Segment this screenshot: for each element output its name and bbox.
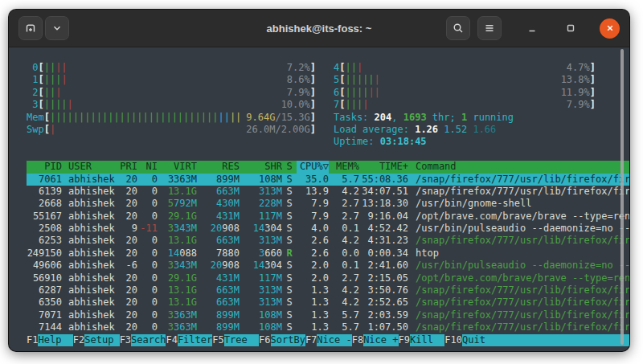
column-header-shr[interactable]: SHR <box>240 161 282 173</box>
column-header-virt[interactable]: VIRT <box>158 161 197 173</box>
fkey-F7[interactable]: F7Nice - <box>305 334 352 346</box>
process-row-7061[interactable]: 7061abhishek2003363M899M108MS35.05.755:0… <box>27 174 629 186</box>
fkey-F8[interactable]: F8Nice + <box>352 334 399 346</box>
cell-ni: 0 <box>137 174 158 186</box>
cell-cpu: 1.3 <box>297 309 329 321</box>
close-button[interactable] <box>600 18 620 39</box>
column-header-time[interactable]: TIME+ <box>359 161 408 173</box>
column-header-res[interactable]: RES <box>197 161 240 173</box>
cell-pri: 9 <box>117 223 137 235</box>
cell-res: 20908 <box>197 260 240 272</box>
cell-cpu: 1.3 <box>297 284 329 297</box>
fkey-F2[interactable]: F2Setup <box>73 334 120 346</box>
cell-cpu: 2.6 <box>297 235 329 247</box>
cell-pid: 249150 <box>27 247 62 260</box>
meter-bar: ||||7.2% <box>44 62 310 74</box>
column-header-pri[interactable]: PRI <box>117 161 137 173</box>
meter-spacer <box>61 87 286 99</box>
cell-shr: 108M <box>240 321 282 333</box>
fkey-key-label: F2 <box>73 334 84 346</box>
htop-meters: 0[||||7.2%] 1[||||8.6%] 2[|||7.9%] 3[|||… <box>27 62 629 149</box>
menu-button[interactable] <box>477 16 502 40</box>
meter-bracket: [ <box>38 87 43 99</box>
meter-label: 1 <box>27 74 38 86</box>
process-row-6350[interactable]: 6350abhishek20013.1G663M313MS1.34.22:52.… <box>27 297 629 309</box>
column-header-pid[interactable]: PID <box>27 161 62 173</box>
cell-pid: 6139 <box>27 186 62 198</box>
maximize-button[interactable] <box>561 18 580 38</box>
cell-s: S <box>282 223 297 235</box>
meter-mem: Mem[|||||||||||||||||||||||||||||||||9.6… <box>27 112 316 124</box>
column-header-s[interactable]: S <box>282 161 297 173</box>
meter-bracket: [ <box>44 112 50 124</box>
fkey-F4[interactable]: F4Filter <box>166 334 212 346</box>
cell-cmd: /snap/firefox/777/usr/lib/firefox/fir <box>408 297 629 309</box>
fkey-F6[interactable]: F6SortBy <box>259 334 305 346</box>
process-row-6253[interactable]: 6253abhishek20013.1G663M313MS2.64.24:31.… <box>27 235 629 247</box>
process-row-7071[interactable]: 7071abhishek2003363M899M108MS1.35.72:03.… <box>27 309 629 321</box>
scrollbar-thumb[interactable] <box>620 49 624 345</box>
meter-label: Mem <box>27 112 44 124</box>
process-row-6139[interactable]: 6139abhishek20013.1G663M313MS13.94.234:0… <box>27 186 629 198</box>
meter-bracket: [ <box>38 99 43 111</box>
minimize-button[interactable] <box>522 18 542 38</box>
fkey-F5[interactable]: F5Tree <box>212 334 259 346</box>
process-row-49606[interactable]: 49606abhishek-603343M2090814304S2.00.12:… <box>27 260 629 272</box>
process-row-6287[interactable]: 6287abhishek20013.1G663M313MS1.34.23:50.… <box>27 284 629 297</box>
cell-pri: 20 <box>117 309 137 321</box>
fkey-action-label: Kill <box>410 334 444 346</box>
fkey-F9[interactable]: F9Kill <box>399 334 445 346</box>
process-row-2508[interactable]: 2508abhishek9-113343M2090814304S4.00.14:… <box>27 223 629 235</box>
process-row-2668[interactable]: 2668abhishek2005792M430M228MS7.92.713:18… <box>27 198 629 210</box>
cell-cmd: /snap/firefox/777/usr/lib/firefox/fir <box>408 284 629 297</box>
cell-pid: 6350 <box>27 297 62 309</box>
process-table: PIDUSERPRINIVIRTRESSHRSCPU%▽MEM%TIME+Com… <box>27 161 629 333</box>
fkey-key-label: F1 <box>27 334 38 346</box>
meter-bar: |||4.7% <box>345 62 589 74</box>
cell-res: 899M <box>197 309 240 321</box>
meter-bracket: ] <box>590 87 596 99</box>
cell-mem: 5.7 <box>329 309 359 321</box>
cell-pri: 20 <box>117 247 137 260</box>
cell-mem: 2.7 <box>329 211 359 223</box>
process-row-55167[interactable]: 55167abhishek20029.1G431M117MS7.92.79:16… <box>27 211 629 223</box>
meter-bar: |||7.9% <box>44 87 310 99</box>
process-row-249150[interactable]: 249150abhishek2001408878803660R2.60.00:0… <box>27 247 629 260</box>
meter-spacer <box>380 74 561 86</box>
column-header-user[interactable]: USER <box>62 161 117 173</box>
cell-time: 2:41.60 <box>359 260 408 272</box>
tab-dropdown-button[interactable] <box>45 16 69 40</box>
process-row-7144[interactable]: 7144abhishek2003363M899M108MS1.35.71:07.… <box>27 321 629 333</box>
meter-bar: |||||||||||||||||||||||||||||||||9.64G/1… <box>50 112 310 124</box>
new-tab-button[interactable] <box>18 16 43 40</box>
cell-user: abhishek <box>62 235 117 247</box>
cell-time: 2:15.05 <box>359 272 408 284</box>
cell-s: S <box>282 235 297 247</box>
search-button[interactable] <box>446 16 470 40</box>
cell-s: S <box>282 272 297 284</box>
meter-spacer <box>73 99 281 111</box>
cell-pri: 20 <box>117 198 137 210</box>
column-header-ni[interactable]: NI <box>137 161 158 173</box>
chevron-down-icon <box>51 22 63 35</box>
column-header-cmd[interactable]: Command <box>408 161 629 173</box>
cell-time: 1:07.50 <box>359 321 408 333</box>
cell-res: 431M <box>197 211 240 223</box>
cell-pid: 7144 <box>27 321 62 333</box>
cell-user: abhishek <box>62 272 117 284</box>
cell-shr: 14304 <box>240 223 282 235</box>
fkey-F10[interactable]: F10Quit <box>444 334 629 346</box>
column-header-cpu[interactable]: CPU%▽ <box>297 161 329 173</box>
page-background: abhishek@its-foss: ~ <box>0 0 643 364</box>
meter-bracket: [ <box>339 99 345 111</box>
process-row-56910[interactable]: 56910abhishek20029.1G431M117MS2.02.72:15… <box>27 272 629 284</box>
fkey-F3[interactable]: F3Search <box>120 334 166 346</box>
meter-spacer <box>68 74 287 86</box>
fkey-F1[interactable]: F1Help <box>27 334 73 346</box>
cell-pid: 7071 <box>27 309 62 321</box>
cell-ni: 0 <box>137 211 158 223</box>
meter-label: 3 <box>27 99 38 111</box>
column-header-mem[interactable]: MEM% <box>329 161 359 173</box>
cell-user: abhishek <box>62 186 117 198</box>
terminal-window: abhishek@its-foss: ~ <box>9 10 629 351</box>
